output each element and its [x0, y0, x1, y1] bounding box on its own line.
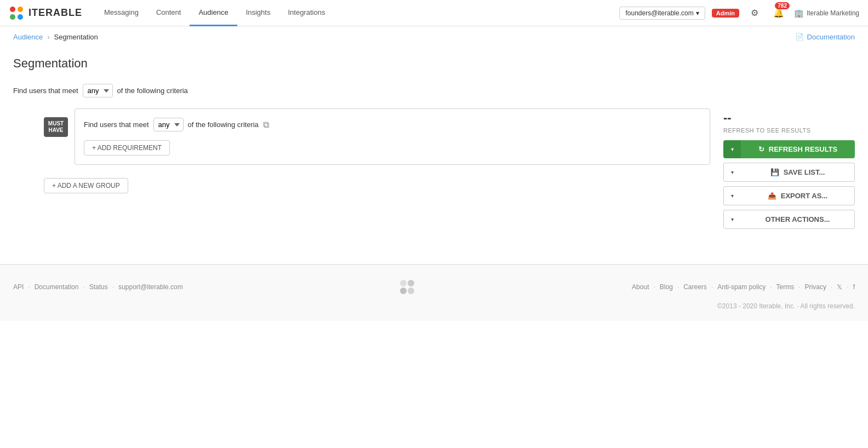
- segment-area: MUST HAVE Find users that meet any all: [13, 108, 710, 233]
- save-list-btn-group: ▾ 💾 SAVE LIST...: [723, 163, 855, 182]
- footer-careers-link[interactable]: Careers: [683, 283, 707, 291]
- svg-point-1: [18, 7, 23, 12]
- nav-audience[interactable]: Audience: [190, 0, 237, 26]
- account-email: founders@iterable.com: [625, 9, 693, 17]
- export-button[interactable]: 📤 EXPORT AS...: [741, 186, 855, 205]
- footer-right: About · Blog · Careers · Anti-spam polic…: [632, 283, 855, 291]
- svg-point-4: [400, 280, 407, 286]
- top-nav: ITERABLE Messaging Content Audience Insi…: [0, 0, 868, 26]
- account-selector[interactable]: founders@iterable.com ▾: [619, 7, 705, 20]
- other-actions-dropdown-button[interactable]: ▾: [723, 210, 741, 229]
- nav-integrations[interactable]: Integrations: [279, 0, 334, 26]
- refresh-btn-group: ▾ ↻ REFRESH RESULTS: [723, 140, 855, 158]
- group-criteria-prefix: Find users that meet: [84, 120, 149, 129]
- copy-icon[interactable]: ⧉: [263, 120, 269, 130]
- svg-point-6: [400, 288, 407, 294]
- book-icon: 📄: [795, 33, 804, 41]
- org-icon: 🏢: [794, 9, 803, 18]
- top-criteria-bar: Find users that meet any all of the foll…: [13, 84, 855, 97]
- notification-count: 782: [775, 2, 790, 9]
- result-count: --: [723, 111, 855, 125]
- breadcrumb-bar: Audience › Segmentation 📄 Documentation: [0, 26, 868, 48]
- settings-button[interactable]: ⚙: [746, 4, 763, 22]
- other-actions-button[interactable]: OTHER ACTIONS...: [741, 210, 855, 229]
- footer-blog-link[interactable]: Blog: [660, 283, 673, 291]
- svg-point-3: [18, 14, 23, 20]
- logo[interactable]: ITERABLE: [9, 5, 82, 21]
- footer-status-link[interactable]: Status: [89, 283, 108, 291]
- breadcrumb-parent[interactable]: Audience: [13, 33, 43, 41]
- footer-support-link[interactable]: support@iterable.com: [118, 283, 183, 291]
- svg-point-7: [408, 288, 414, 294]
- logo-icon: [9, 5, 24, 21]
- nav-insights[interactable]: Insights: [237, 0, 279, 26]
- criteria-suffix: of the following criteria: [117, 87, 188, 95]
- page-content: Segmentation Find users that meet any al…: [0, 48, 868, 242]
- group-block: Find users that meet any all of the foll…: [75, 108, 710, 165]
- other-actions-btn-group: ▾ OTHER ACTIONS...: [723, 210, 855, 229]
- add-requirement-button[interactable]: + ADD REQUIREMENT: [84, 140, 170, 156]
- notifications-button[interactable]: 🔔 782: [770, 4, 787, 22]
- top-criteria-select[interactable]: any all: [83, 84, 113, 97]
- admin-badge: Admin: [712, 9, 739, 18]
- export-btn-group: ▾ 📤 EXPORT AS...: [723, 186, 855, 205]
- nav-right: founders@iterable.com ▾ Admin ⚙ 🔔 782 🏢 …: [619, 4, 859, 22]
- group-criteria-select[interactable]: any all: [153, 118, 184, 131]
- nav-content[interactable]: Content: [147, 0, 190, 26]
- nav-links: Messaging Content Audience Insights Inte…: [95, 0, 619, 26]
- criteria-prefix: Find users that meet: [13, 87, 78, 95]
- footer-documentation-link[interactable]: Documentation: [35, 283, 79, 291]
- nav-messaging[interactable]: Messaging: [95, 0, 147, 26]
- org-selector[interactable]: 🏢 Iterable Marketing: [794, 9, 859, 18]
- add-group-button[interactable]: + ADD A NEW GROUP: [44, 178, 128, 193]
- footer-logo-icon: [396, 276, 418, 298]
- footer-about-link[interactable]: About: [632, 283, 649, 291]
- footer-terms-link[interactable]: Terms: [776, 283, 795, 291]
- export-icon: 📤: [768, 192, 776, 200]
- must-have-badge: MUST HAVE: [44, 117, 68, 137]
- twitter-icon[interactable]: 𝕏: [837, 283, 842, 291]
- breadcrumb-current: Segmentation: [54, 33, 98, 41]
- svg-point-0: [10, 7, 15, 12]
- org-name: Iterable Marketing: [807, 9, 859, 17]
- refresh-hint: REFRESH TO SEE RESULTS: [723, 127, 855, 134]
- save-list-dropdown-button[interactable]: ▾: [723, 163, 741, 182]
- footer-center: [396, 276, 418, 298]
- page-title: Segmentation: [13, 56, 855, 71]
- export-dropdown-button[interactable]: ▾: [723, 186, 741, 205]
- footer-api-link[interactable]: API: [13, 283, 24, 291]
- right-panel: -- REFRESH TO SEE RESULTS ▾ ↻ REFRESH RE…: [723, 108, 855, 233]
- footer-left: API · Documentation · Status · support@i…: [13, 283, 183, 291]
- group-criteria-suffix: of the following criteria: [188, 120, 259, 129]
- footer-antispam-link[interactable]: Anti-spam policy: [717, 283, 766, 291]
- footer-privacy-link[interactable]: Privacy: [805, 283, 826, 291]
- footer-inner: API · Documentation · Status · support@i…: [13, 276, 855, 298]
- copyright: ©2013 - 2020 Iterable, Inc. · All rights…: [13, 302, 855, 310]
- svg-point-5: [408, 280, 414, 286]
- documentation-link[interactable]: 📄 Documentation: [795, 33, 855, 41]
- facebook-icon[interactable]: f: [853, 283, 855, 291]
- save-icon: 💾: [770, 168, 779, 176]
- refresh-icon: ↻: [758, 145, 764, 153]
- refresh-results-button[interactable]: ↻ REFRESH RESULTS: [741, 140, 855, 158]
- main-layout: MUST HAVE Find users that meet any all: [13, 108, 855, 233]
- segment-wrapper: MUST HAVE Find users that meet any all: [44, 108, 710, 193]
- logo-text: ITERABLE: [28, 7, 82, 19]
- svg-point-2: [10, 14, 15, 20]
- refresh-dropdown-button[interactable]: ▾: [723, 140, 741, 158]
- footer: API · Documentation · Status · support@i…: [0, 265, 868, 321]
- chevron-down-icon: ▾: [696, 9, 699, 17]
- group-criteria-row: Find users that meet any all of the foll…: [84, 118, 701, 131]
- save-list-button[interactable]: 💾 SAVE LIST...: [741, 163, 855, 182]
- breadcrumb-separator: ›: [47, 33, 49, 41]
